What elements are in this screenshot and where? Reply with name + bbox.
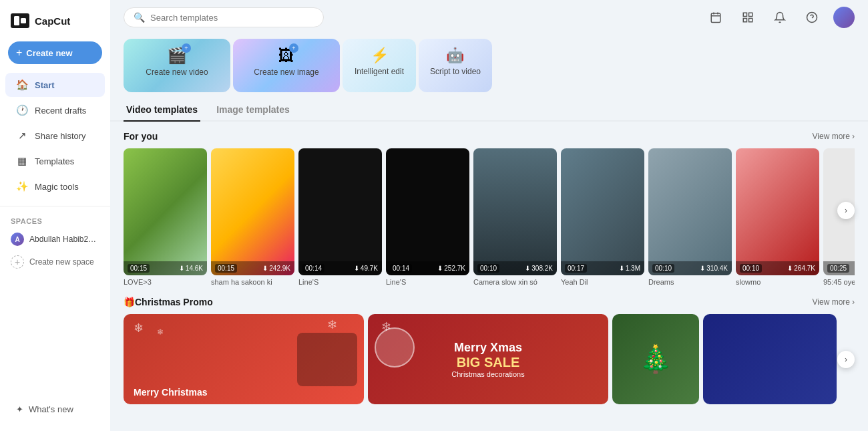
christmas-card-3[interactable]: 🎄 bbox=[612, 314, 699, 404]
template-item[interactable]: 00:10⬇ 310.4KDreams bbox=[648, 148, 732, 286]
create-new-button[interactable]: + Create new bbox=[8, 41, 102, 64]
tile-content-video: 🎬 + Create new video bbox=[140, 39, 213, 84]
christmas-card-1[interactable]: ❄ ❄ ❄ Merry Christmas bbox=[124, 314, 364, 404]
template-thumbnail bbox=[386, 148, 469, 275]
create-new-image-tile[interactable]: 🖼 + Create new image bbox=[233, 39, 340, 92]
space-name: Abdullah Habib251's ... bbox=[29, 235, 99, 244]
sidebar-item-share[interactable]: ↗ Share history bbox=[5, 124, 105, 148]
template-meta: 00:10⬇ 308.2K bbox=[473, 261, 557, 275]
template-name: Line'S bbox=[386, 278, 469, 286]
christmas-title: 🎁Christmas Promo bbox=[124, 297, 213, 307]
template-item[interactable]: 00:10⬇ 264.7Kslowmo bbox=[736, 148, 819, 286]
promo-card-1-text: Merry Christmas bbox=[134, 387, 208, 398]
promo-card-2-circle bbox=[375, 327, 415, 368]
carousel-next-button[interactable]: › bbox=[837, 202, 855, 219]
template-card[interactable]: 00:14⬇ 49.7K bbox=[298, 148, 382, 275]
search-input[interactable] bbox=[150, 13, 314, 23]
help-icon-button[interactable] bbox=[801, 7, 823, 28]
logo-icon bbox=[11, 13, 29, 28]
whats-new-button[interactable]: ✦ What's new bbox=[5, 398, 105, 420]
main-content: 🔍 bbox=[110, 0, 868, 431]
sidebar-item-templates[interactable]: ▦ Templates bbox=[5, 149, 105, 173]
template-thumbnail bbox=[211, 148, 294, 275]
sidebar-space-item[interactable]: A Abdullah Habib251's ... bbox=[0, 228, 110, 251]
video-tile-icon: 🎬 + bbox=[167, 46, 187, 65]
template-card[interactable]: 00:10⬇ 308.2K bbox=[473, 148, 557, 275]
template-time: 00:10 bbox=[652, 264, 674, 273]
template-item[interactable]: 00:10⬇ 308.2KCamera slow xin só bbox=[473, 148, 557, 286]
template-item[interactable]: 00:15⬇ 14.6KLOVE>3 bbox=[124, 148, 207, 286]
christmas-card-4[interactable] bbox=[703, 314, 837, 404]
sidebar-item-magic[interactable]: ✨ Magic tools bbox=[5, 174, 105, 198]
templates-icon: ▦ bbox=[16, 155, 28, 167]
christmas-view-more[interactable]: View more › bbox=[813, 297, 855, 307]
template-name: Dreams bbox=[648, 278, 732, 286]
template-thumbnail bbox=[648, 148, 732, 275]
create-new-video-tile[interactable]: 🎬 + Create new video bbox=[124, 39, 230, 92]
template-meta: 00:14⬇ 49.7K bbox=[298, 261, 382, 275]
template-card[interactable]: 00:17⬇ 1.3M bbox=[561, 148, 644, 275]
christmas-card-2[interactable]: ❄ Merry Xmas BIG SALE Christmas decorati… bbox=[368, 314, 608, 404]
sidebar-item-start[interactable]: 🏠 Start bbox=[5, 73, 105, 97]
template-uses: ⬇ 308.2K bbox=[525, 265, 553, 272]
snowflake-2: ❄ bbox=[157, 327, 164, 337]
template-card[interactable]: 00:15⬇ 14.6K bbox=[124, 148, 207, 275]
tab-image[interactable]: Image templates bbox=[214, 99, 292, 122]
sidebar-divider bbox=[0, 206, 110, 206]
christmas-emoji: 🎁 bbox=[124, 297, 135, 307]
create-space-item[interactable]: + Create new space bbox=[0, 251, 110, 273]
template-uses: ⬇ 242.9K bbox=[262, 265, 290, 272]
use-icon: ⬇ bbox=[179, 265, 184, 272]
template-meta: 00:10⬇ 310.4K bbox=[648, 261, 732, 275]
sidebar: CapCut + Create new 🏠 Start 🕐 Recent dra… bbox=[0, 0, 110, 431]
tile-content-intelligent: ⚡ Intelligent edit bbox=[349, 39, 409, 84]
template-item[interactable]: 00:14⬇ 49.7KLine'S bbox=[298, 148, 382, 286]
sidebar-item-recent[interactable]: 🕐 Recent drafts bbox=[5, 98, 105, 122]
create-space-label: Create new space bbox=[29, 257, 94, 267]
sparkle-icon: ✦ bbox=[16, 404, 23, 414]
template-meta: 00:14⬇ 252.7K bbox=[386, 261, 469, 275]
search-bar[interactable]: 🔍 bbox=[124, 7, 324, 27]
template-name: 95:45 oye l bbox=[823, 278, 855, 286]
template-item[interactable]: 00:15⬇ 242.9Ksham ha sakoon ki bbox=[211, 148, 294, 286]
svg-rect-0 bbox=[14, 16, 19, 25]
bell-icon-button[interactable] bbox=[769, 7, 791, 28]
intelligent-edit-label: Intelligent edit bbox=[355, 67, 404, 76]
template-name: LOVE>3 bbox=[124, 278, 207, 286]
logo[interactable]: CapCut bbox=[0, 8, 110, 39]
template-name: Yeah Dil bbox=[561, 278, 644, 286]
template-uses: ⬇ 14.6K bbox=[179, 265, 203, 272]
christmas-carousel-next-button[interactable]: › bbox=[837, 351, 855, 368]
template-thumbnail bbox=[298, 148, 382, 275]
template-time: 00:14 bbox=[302, 264, 324, 273]
home-icon: 🏠 bbox=[16, 79, 28, 91]
calendar-icon-button[interactable] bbox=[705, 7, 726, 28]
template-uses: ⬇ 310.4K bbox=[700, 265, 728, 272]
snowflake-1: ❄ bbox=[134, 321, 144, 335]
template-time: 00:10 bbox=[477, 264, 499, 273]
script-to-video-tile[interactable]: 🤖 Script to video bbox=[419, 39, 492, 92]
for-you-view-more[interactable]: View more › bbox=[813, 132, 855, 141]
header-icons bbox=[705, 7, 855, 28]
intelligent-edit-tile[interactable]: ⚡ Intelligent edit bbox=[343, 39, 416, 92]
tile-content-script: 🤖 Script to video bbox=[425, 39, 486, 84]
sidebar-label-share: Share history bbox=[35, 131, 86, 141]
template-item[interactable]: 00:17⬇ 1.3MYeah Dil bbox=[561, 148, 644, 286]
svg-rect-6 bbox=[743, 13, 746, 16]
grid-icon-button[interactable] bbox=[737, 7, 758, 28]
sidebar-label-recent: Recent drafts bbox=[35, 106, 86, 116]
tabs: Video templates Image templates bbox=[110, 99, 868, 122]
template-card[interactable]: 00:10⬇ 264.7K bbox=[736, 148, 819, 275]
template-thumbnail bbox=[124, 148, 207, 275]
template-item[interactable]: 00:14⬇ 252.7KLine'S bbox=[386, 148, 469, 286]
template-card[interactable]: 00:10⬇ 310.4K bbox=[648, 148, 732, 275]
template-card[interactable]: 00:15⬇ 242.9K bbox=[211, 148, 294, 275]
plus-icon: + bbox=[16, 47, 22, 59]
intelligent-tile-icon: ⚡ bbox=[371, 47, 389, 64]
magic-icon: ✨ bbox=[16, 180, 28, 192]
user-avatar[interactable] bbox=[833, 7, 855, 28]
tab-video[interactable]: Video templates bbox=[124, 99, 200, 122]
template-card[interactable]: 00:14⬇ 252.7K bbox=[386, 148, 469, 275]
promo-card-4-content bbox=[703, 314, 837, 404]
template-time: 00:14 bbox=[390, 264, 412, 273]
